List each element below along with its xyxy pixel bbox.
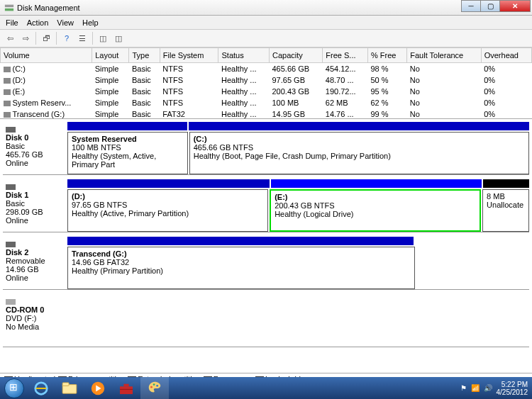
tray-volume-icon[interactable]: 🔊: [484, 384, 492, 392]
column-header[interactable]: Fault Tolerance: [407, 48, 481, 63]
svg-rect-1: [5, 8, 13, 11]
refresh-button[interactable]: 🗗: [39, 31, 53, 45]
toolbox-icon[interactable]: [112, 377, 140, 399]
column-header[interactable]: Status: [218, 48, 270, 63]
svg-point-10: [153, 383, 155, 386]
media-player-icon[interactable]: [84, 377, 112, 399]
column-header[interactable]: Type: [129, 48, 160, 63]
properties-button[interactable]: ☰: [75, 31, 89, 45]
start-button[interactable]: [1, 378, 27, 398]
svg-rect-0: [5, 4, 13, 7]
svg-rect-8: [120, 388, 133, 389]
maximize-button[interactable]: ▢: [480, 0, 500, 12]
close-button[interactable]: ✕: [499, 0, 531, 12]
volume-row[interactable]: System Reserv...SimpleBasicNTFSHealthy .…: [1, 97, 532, 108]
menu-help[interactable]: Help: [78, 17, 103, 28]
partition-box[interactable]: System Reserved100 MB NTFSHealthy (Syste…: [67, 132, 188, 174]
toolbar: ⇦ ⇨ 🗗 ? ☰ ◫ ◫: [0, 30, 532, 47]
explorer-icon[interactable]: [55, 377, 84, 399]
svg-rect-4: [62, 382, 69, 386]
disk-row[interactable]: Disk 1Basic298.09 GBOnline(D:)97.65 GB N…: [3, 179, 529, 232]
column-header[interactable]: Capacity: [270, 48, 323, 63]
svg-point-9: [150, 386, 153, 388]
menu-view[interactable]: View: [52, 17, 78, 28]
column-header[interactable]: Overhead: [481, 48, 531, 63]
volume-list: VolumeLayoutTypeFile SystemStatusCapacit…: [0, 47, 532, 119]
partition-box[interactable]: (C:)465.66 GB NTFSHealthy (Boot, Page Fi…: [189, 132, 529, 174]
ie-icon[interactable]: [27, 377, 55, 399]
view-top-button[interactable]: ◫: [96, 31, 110, 45]
disk-row[interactable]: CD-ROM 0DVD (F:)No Media: [3, 294, 529, 347]
column-header[interactable]: Free S...: [323, 48, 368, 63]
paint-icon[interactable]: [140, 377, 169, 399]
partition-box[interactable]: 8 MBUnallocate: [482, 189, 529, 232]
tray-network-icon[interactable]: 📶: [471, 384, 480, 392]
clock-date[interactable]: 4/25/2012: [497, 388, 528, 396]
partition-box[interactable]: (D:)97.65 GB NTFSHealthy (Active, Primar…: [67, 189, 268, 232]
help-button[interactable]: ?: [60, 31, 74, 45]
svg-rect-6: [120, 386, 133, 394]
volume-row[interactable]: (C:)SimpleBasicNTFSHealthy ...465.66 GB4…: [1, 63, 532, 75]
volume-row[interactable]: Transcend (G:)SimpleBasicFAT32Healthy ..…: [1, 108, 532, 119]
volume-row[interactable]: (E:)SimpleBasicNTFSHealthy ...200.43 GB1…: [1, 86, 532, 97]
tray-flag-icon[interactable]: ⚑: [460, 384, 467, 392]
taskbar[interactable]: ⚑ 📶 🔊 5:22 PM 4/25/2012: [0, 377, 532, 399]
disk-row[interactable]: Disk 2Removable14.96 GBOnlineTranscend (…: [3, 237, 529, 290]
minimize-button[interactable]: ─: [461, 0, 481, 12]
forward-button[interactable]: ⇨: [18, 31, 33, 45]
column-header[interactable]: Volume: [1, 48, 92, 63]
menubar: File Action View Help: [0, 16, 532, 30]
column-header[interactable]: % Free: [367, 48, 406, 63]
menu-action[interactable]: Action: [23, 17, 53, 28]
disk-graphical-view: Disk 0Basic465.76 GBOnlineSystem Reserve…: [0, 119, 532, 373]
disk-row[interactable]: Disk 0Basic465.76 GBOnlineSystem Reserve…: [3, 122, 529, 175]
clock-time[interactable]: 5:22 PM: [497, 381, 528, 388]
svg-rect-7: [123, 383, 128, 386]
column-header[interactable]: Layout: [92, 48, 129, 63]
titlebar[interactable]: Disk Management ─ ▢ ✕: [0, 0, 532, 16]
view-bottom-button[interactable]: ◫: [111, 31, 126, 45]
window-title: Disk Management: [17, 4, 80, 12]
partition-box[interactable]: (E:)200.43 GB NTFSHealthy (Logical Drive…: [270, 189, 481, 232]
system-tray[interactable]: ⚑ 📶 🔊 5:22 PM 4/25/2012: [460, 381, 533, 396]
back-button[interactable]: ⇦: [3, 31, 17, 45]
partition-box[interactable]: Transcend (G:)14.96 GB FAT32Healthy (Pri…: [67, 247, 415, 289]
volume-row[interactable]: (D:)SimpleBasicNTFSHealthy ...97.65 GB48…: [1, 74, 532, 86]
app-icon: [4, 3, 14, 13]
menu-file[interactable]: File: [1, 17, 23, 28]
column-header[interactable]: File System: [160, 48, 218, 63]
svg-point-11: [156, 384, 158, 386]
